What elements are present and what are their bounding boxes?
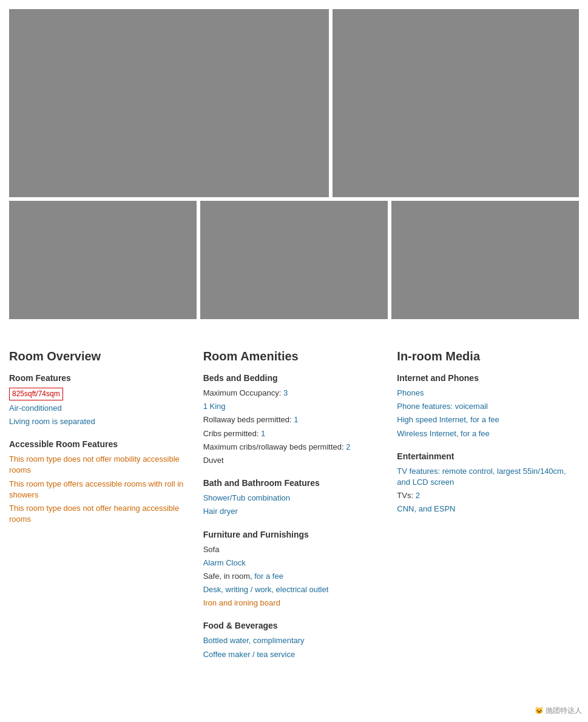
- cribs-label: Cribs permitted:: [203, 429, 261, 438]
- cribs-value: 1: [261, 429, 265, 438]
- gallery-bottom-row: [9, 201, 579, 319]
- phone-features-link[interactable]: Phone features: voicemail: [397, 401, 579, 412]
- photo-bathroom-main[interactable]: [333, 9, 579, 197]
- cnn-espn-link[interactable]: CNN, and ESPN: [397, 504, 579, 515]
- king-bed-link[interactable]: 1 King: [203, 401, 385, 412]
- food-beverages-section: Food & Beverages Bottled water, complime…: [203, 621, 385, 660]
- rollaway-label: Rollaway beds permitted:: [203, 415, 294, 424]
- max-occupancy-item: Maximum Occupancy: 3: [203, 388, 385, 399]
- iron-link[interactable]: Iron and ironing board: [203, 598, 385, 609]
- wireless-internet-link[interactable]: Wireless Internet, for a fee: [397, 428, 579, 439]
- duvet-item: Duvet: [203, 455, 385, 466]
- photo-living-room[interactable]: [9, 9, 329, 197]
- max-occupancy-value: 3: [283, 388, 288, 397]
- room-overview-column: Room Overview Room Features 825sqft/74sq…: [9, 349, 203, 663]
- tvs-item: TVs: 2: [397, 490, 579, 501]
- tvs-value: 2: [416, 491, 420, 500]
- safe-fee-link[interactable]: for a fee: [254, 572, 283, 581]
- food-beverages-title: Food & Beverages: [203, 621, 385, 630]
- desk-link[interactable]: Desk, writing / work, electrical outlet: [203, 584, 385, 595]
- max-cribs-value: 2: [346, 442, 350, 451]
- bath-bathroom-section: Bath and Bathroom Features Shower/Tub co…: [203, 478, 385, 517]
- rollaway-beds-item: Rollaway beds permitted: 1: [203, 414, 385, 425]
- furniture-title: Furniture and Furnishings: [203, 530, 385, 539]
- phones-link[interactable]: Phones: [397, 388, 579, 399]
- max-cribs-label: Maximum cribs/rollaway beds permitted:: [203, 442, 346, 451]
- photo-bathroom-2[interactable]: [200, 201, 388, 319]
- beds-bedding-title: Beds and Bedding: [203, 373, 385, 383]
- coffee-maker-link[interactable]: Coffee maker / tea service: [203, 649, 385, 660]
- no-hearing-accessible-link[interactable]: This room type does not offer hearing ac…: [9, 503, 191, 525]
- rollaway-value: 1: [294, 415, 298, 424]
- living-room-separated-link[interactable]: Living room is separated: [9, 416, 191, 427]
- hair-dryer-link[interactable]: Hair dryer: [203, 506, 385, 517]
- room-features-section: Room Features 825sqft/74sqm Air-conditio…: [9, 373, 191, 427]
- room-amenities-column: Room Amenities Beds and Bedding Maximum …: [203, 349, 397, 663]
- accessible-features-title: Accessible Room Features: [9, 439, 191, 449]
- internet-phones-title: Internet and Phones: [397, 373, 579, 383]
- furniture-section: Furniture and Furnishings Sofa Alarm Clo…: [203, 530, 385, 609]
- accessible-features-section: Accessible Room Features This room type …: [9, 439, 191, 525]
- tv-features-link[interactable]: TV features: remote control, largest 55i…: [397, 466, 579, 488]
- tvs-label: TVs:: [397, 491, 415, 500]
- beds-bedding-section: Beds and Bedding Maximum Occupancy: 3 1 …: [203, 373, 385, 466]
- sofa-item: Sofa: [203, 544, 385, 555]
- alarm-clock-link[interactable]: Alarm Clock: [203, 558, 385, 568]
- no-mobility-accessible-link[interactable]: This room type does not offer mobility a…: [9, 454, 191, 476]
- bottled-water-link[interactable]: Bottled water, complimentary: [203, 635, 385, 646]
- room-features-title: Room Features: [9, 373, 191, 383]
- roll-in-showers-link[interactable]: This room type offers accessible rooms w…: [9, 479, 191, 501]
- photo-gallery: [0, 0, 588, 319]
- max-cribs-item: Maximum cribs/rollaway beds permitted: 2: [203, 442, 385, 453]
- photo-bathroom-3[interactable]: [391, 201, 579, 319]
- room-overview-title: Room Overview: [9, 349, 191, 363]
- room-amenities-title: Room Amenities: [203, 349, 385, 363]
- shower-tub-link[interactable]: Shower/Tub combination: [203, 493, 385, 504]
- safe-item: Safe, in room, for a fee: [203, 571, 385, 582]
- internet-phones-section: Internet and Phones Phones Phone feature…: [397, 373, 579, 439]
- cribs-item: Cribs permitted: 1: [203, 428, 385, 439]
- high-speed-internet-link[interactable]: High speed Internet, for a fee: [397, 414, 579, 425]
- photo-shower[interactable]: [9, 201, 197, 319]
- safe-label: Safe, in room,: [203, 572, 255, 581]
- room-info-content: Room Overview Room Features 825sqft/74sq…: [0, 337, 588, 687]
- bath-bathroom-title: Bath and Bathroom Features: [203, 478, 385, 488]
- max-occupancy-label: Maximum Occupancy:: [203, 388, 283, 397]
- air-conditioned-link[interactable]: Air-conditioned: [9, 403, 191, 414]
- in-room-media-column: In-room Media Internet and Phones Phones…: [397, 349, 579, 663]
- entertainment-section: Entertainment TV features: remote contro…: [397, 451, 579, 515]
- in-room-media-title: In-room Media: [397, 349, 579, 363]
- gallery-top-row: [9, 9, 579, 197]
- entertainment-title: Entertainment: [397, 451, 579, 461]
- room-size-badge[interactable]: 825sqft/74sqm: [9, 388, 63, 400]
